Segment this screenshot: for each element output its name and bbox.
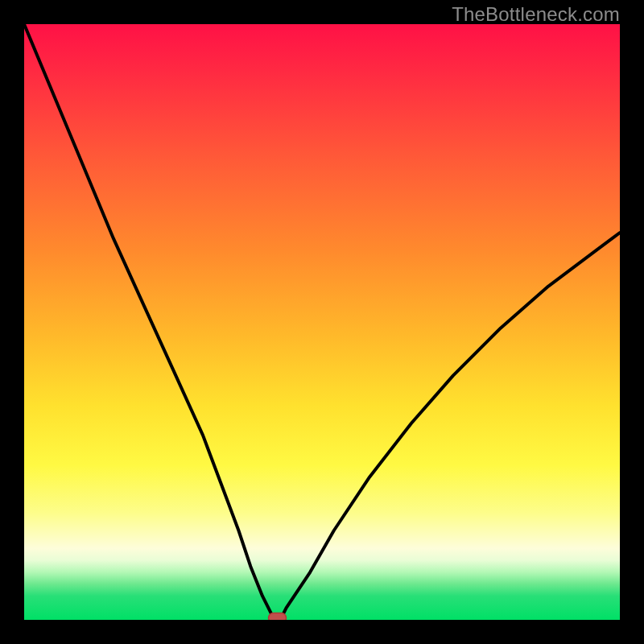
curve-path: [24, 24, 620, 620]
bottleneck-curve: [24, 24, 620, 620]
watermark-text: TheBottleneck.com: [452, 3, 620, 26]
optimum-marker: [269, 613, 287, 620]
chart-frame: TheBottleneck.com: [0, 0, 644, 644]
plot-area: [24, 24, 620, 620]
